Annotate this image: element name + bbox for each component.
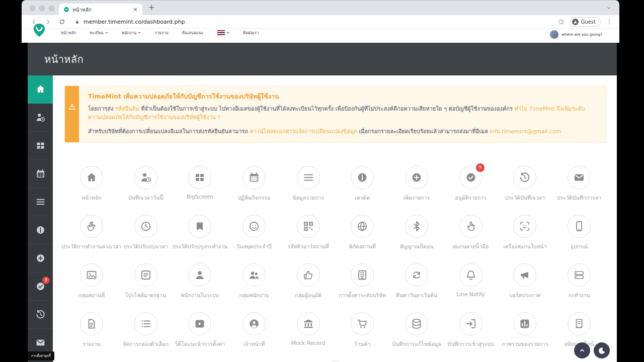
notice-text: เมื่อกรอกรายละเอียดเรียบร้อยแล้วสามารถส่… — [357, 128, 490, 135]
grid-item-hand-point[interactable]: สแกนลายนิ้วมือ — [444, 209, 498, 257]
grid-item-clock[interactable]: ประวัติปรับปรุงเวลา — [119, 209, 173, 257]
dark-mode-moon-button[interactable] — [594, 342, 610, 358]
url-field[interactable]: member.timemint.co/dashboard.php — [84, 19, 185, 25]
browser-tab[interactable]: หน้าหลัก × — [59, 4, 142, 16]
grid-item-envelope[interactable]: ประวัติบันทึกการลา — [552, 160, 606, 209]
grid-item-globe[interactable]: พิกัดสถานที่ — [335, 209, 389, 257]
user-avatar — [550, 30, 558, 39]
grid-item-info[interactable]: เครดิต — [335, 160, 389, 209]
grid-item-database[interactable]: บันทึกการแก้ไขข้อมูล — [389, 306, 444, 355]
site-nav-item[interactable]: พนักงาน — [122, 30, 141, 36]
calendar-icon — [35, 168, 46, 179]
grid-item-grid[interactable]: BigScreen — [173, 160, 227, 209]
grid-item-bluetooth[interactable]: สัญญาณบีคอน — [389, 209, 444, 257]
close-window-icon[interactable] — [30, 6, 35, 11]
cookie-settings-tooltip[interactable]: การตั้งค่าคุกกี้ — [28, 351, 54, 360]
refresh-icon[interactable] — [59, 19, 65, 25]
profile-pill[interactable]: Guest — [570, 17, 601, 27]
grid-item-smiley[interactable]: วันหยุดประจำปี — [227, 209, 281, 257]
account-area[interactable]: where are you going? — [550, 30, 602, 39]
notice-link[interactable]: ดาวน์โหลดเอกสารแจ้งการเปลี่ยนแปลงข้อมูล — [250, 128, 357, 135]
sidebar-item-menu[interactable] — [28, 188, 53, 216]
user-clock-icon — [35, 112, 46, 123]
main-content: TimeMint เพิ่มความปลอดภัยให้กับบัญชีการใ… — [53, 75, 617, 362]
grid-item-plus-circle[interactable]: เพิ่มรายการ — [389, 160, 444, 209]
building-icon — [356, 269, 368, 281]
browser-menu-icon[interactable]: ⋮ — [606, 18, 612, 25]
grid-item-menu[interactable]: ข้อมูลรายการ — [281, 160, 336, 209]
tabstrip-chevron-icon[interactable] — [606, 6, 611, 11]
notice-text: ที่จำเป็นต้องใช้ในการเข้าสู่ระบบ ไปทางอี… — [139, 106, 515, 112]
grid-item-label: ประวัติการทำงานล่วงเวลา — [61, 242, 121, 251]
maximize-window-icon[interactable] — [49, 6, 54, 11]
grid-item-checklist[interactable]: จัดการกล่องตัวเลือก — [119, 306, 173, 355]
sidebar-item-check-circle[interactable]: 9 — [28, 273, 53, 301]
grid-item-hand-peace[interactable]: ประวัติการทำงานล่วงเวลา — [64, 209, 119, 257]
tab-close-icon[interactable]: × — [133, 7, 138, 13]
grid-item-bookmark[interactable]: ประวัติปรับปรุงกะทำงาน — [173, 209, 227, 257]
sidebar-item-calendar[interactable] — [28, 160, 53, 188]
grid-item-phone[interactable]: อุปกรณ์ — [552, 209, 606, 257]
history-icon — [35, 309, 46, 320]
grid-item-calendar[interactable]: ปฏิทินกิจกรรม — [227, 160, 281, 209]
grid-item-list-box[interactable]: โปรไฟล์มาตรฐาน — [119, 257, 173, 306]
sidebar-item-user-clock[interactable] — [28, 104, 53, 132]
notice-link[interactable]: รหัสยืนยัน — [115, 106, 139, 112]
info-icon — [356, 171, 368, 184]
new-tab-button[interactable]: + — [148, 3, 155, 12]
grid-item-label: กลุ่มผู้อนุมัติ — [295, 291, 321, 300]
site-nav-item[interactable]: ทะเบียน — [90, 30, 108, 36]
grid-item-login[interactable]: บันทึกการเข้าสู่ระบบ — [444, 306, 498, 355]
home-icon — [35, 84, 46, 95]
sidebar-item-plus-circle[interactable] — [28, 244, 53, 273]
side-panel-icon[interactable] — [558, 19, 565, 25]
sidebar-item-home[interactable] — [28, 75, 53, 104]
grid-item-cart[interactable]: ร้านค้า — [335, 306, 389, 355]
grid-item-document[interactable]: รายงาน — [64, 306, 119, 355]
notice-text: สำหรับบริษัทที่ต้องการเปลี่ยนแปลงอีเมลใน… — [88, 128, 250, 135]
sidebar-item-history[interactable] — [28, 301, 53, 329]
site-nav-item[interactable]: หน้าหลัก — [61, 30, 76, 36]
grid-item-user[interactable]: พนักงานในระบบ — [173, 257, 227, 306]
minimize-window-icon[interactable] — [39, 6, 45, 11]
page-viewport: หน้าหลัก 9 TimeMint เพิ่มความปลอดภัยให้ก… — [28, 43, 617, 362]
chevron-down-icon — [226, 32, 229, 34]
sidebar-item-info[interactable] — [28, 216, 53, 244]
grid-item-video[interactable]: วิดีโอแนะนำการตั้งค่า — [173, 306, 227, 355]
grid-item-chart[interactable]: ภาพรวมของรายการ — [498, 306, 552, 355]
checklist-icon — [140, 318, 152, 330]
site-nav-item[interactable]: ข้อเสนอแนะ — [182, 30, 204, 36]
dashboard-grid: หน้าหลัก บันทึกเวลาวันนี้ BigScreen ปฏิท… — [64, 160, 606, 362]
grid-item-qr-code[interactable]: รหัสคิวอาร์สถานที่ — [281, 209, 336, 257]
grid-item-bell[interactable]: Line Notify — [444, 257, 498, 306]
grid-item-home[interactable]: หน้าหลัก — [64, 160, 119, 209]
language-flag-th-icon[interactable] — [217, 30, 229, 35]
grid-item-history[interactable]: ประวัติบันทึกเวลา — [498, 160, 552, 209]
grid-item-users[interactable]: กลุ่มพนักงาน — [227, 257, 281, 306]
sidebar-item-grid[interactable] — [28, 132, 53, 160]
grid-item-image[interactable]: กลุ่มสถานที่ — [64, 257, 119, 306]
grid-item-user-circle[interactable]: เจ้าหน้าที่ — [227, 306, 281, 355]
grid-item-user-clock[interactable]: บันทึกเวลาวันนี้ — [119, 160, 173, 209]
thumbs-up-icon — [302, 269, 314, 281]
scroll-to-top-button[interactable] — [574, 342, 590, 358]
grid-item-megaphone[interactable]: บอร์ดประกาศ — [498, 257, 552, 306]
grid-item-label: อุปกรณ์ — [571, 242, 588, 251]
cart-icon — [356, 318, 368, 330]
grid-item-sync[interactable]: คืนค่าวันลาเริ่มต้น — [389, 257, 444, 306]
grid-item-bank[interactable]: Mock Record — [281, 306, 336, 355]
notice-link[interactable]: info.timemint@gmail.com — [490, 128, 561, 135]
grid-item-check-circle[interactable]: 9 อนุมัติรายการ — [444, 160, 498, 209]
bell-icon — [465, 269, 477, 281]
site-nav-item[interactable]: รายงาน — [154, 30, 168, 36]
site-nav-item[interactable]: ติดต่อเรา — [243, 30, 259, 36]
grid-item-thumbs-up[interactable]: กลุ่มผู้อนุมัติ — [281, 257, 336, 306]
grid-item-layers[interactable]: กะทำงาน — [552, 257, 606, 306]
grid-item-label: รหัสคิวอาร์สถานที่ — [287, 242, 329, 251]
window-controls[interactable] — [30, 6, 54, 11]
grid-item-face-scan[interactable]: เครื่องสแกนใบหน้า — [498, 209, 552, 257]
grid-item-note[interactable]: โน้ตกิจกรรม — [308, 355, 362, 362]
grid-item-building[interactable]: การตั้งค่าระดับบริษัท — [335, 257, 389, 306]
timemint-logo-icon[interactable] — [32, 22, 47, 38]
chevron-down-icon — [105, 32, 108, 34]
